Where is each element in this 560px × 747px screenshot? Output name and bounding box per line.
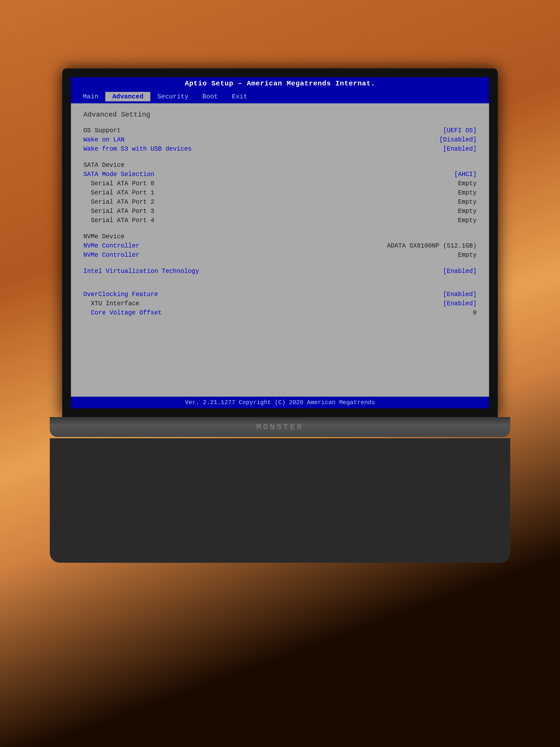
- os-support-label: OS Support: [83, 126, 347, 135]
- sata-port2-val: Empty: [458, 198, 477, 207]
- sata-port3-label: Serial ATA Port 3: [83, 207, 347, 216]
- oc-feature-val: [Enabled]: [443, 290, 477, 299]
- nvme-device-header: NVMe Device: [83, 232, 125, 241]
- nvme-ctrl2-label[interactable]: NVMe Controller: [83, 251, 347, 260]
- bios-title-bar: Aptio Setup – American Megatrends Intern…: [71, 77, 489, 90]
- brand-label: MONSTER: [256, 422, 304, 432]
- virt-labels: Intel Virtualization Technology: [83, 267, 347, 276]
- sep5: [83, 283, 477, 290]
- sata-port0-val: Empty: [458, 179, 477, 188]
- virt-values: [Enabled]: [347, 267, 477, 276]
- keyboard-area: [50, 438, 510, 563]
- virt-label[interactable]: Intel Virtualization Technology: [83, 267, 347, 276]
- sata-port3-val: Empty: [458, 207, 477, 216]
- laptop-base: MONSTER: [50, 417, 510, 437]
- menu-boot[interactable]: Boot: [195, 92, 225, 101]
- sata-port4-label: Serial ATA Port 4: [83, 216, 347, 225]
- bios-menu-bar: Main Advanced Security Boot Exit: [71, 90, 489, 103]
- sep4: [83, 276, 477, 283]
- bios-title: Aptio Setup – American Megatrends Intern…: [185, 80, 375, 87]
- sata-mode-label[interactable]: SATA Mode Selection: [83, 170, 347, 179]
- wake-s3-value: [Enabled]: [443, 145, 477, 154]
- sata-device-header: SATA Device: [83, 161, 125, 170]
- sata-port0-label: Serial ATA Port 0: [83, 179, 347, 188]
- sata-header-row: SATA Device: [83, 161, 477, 170]
- core-voltage-label[interactable]: Core Voltage Offset: [83, 308, 347, 317]
- oc-labels: OverClocking Feature XTU Interface Core …: [83, 290, 347, 317]
- sep3: [83, 260, 477, 267]
- bios-screen: Aptio Setup – American Megatrends Intern…: [71, 77, 489, 408]
- sata-port1-label: Serial ATA Port 1: [83, 188, 347, 198]
- section-title: Advanced Setting: [83, 111, 477, 119]
- sata-values: [AHCI] Empty Empty Empty Empty Empty: [347, 170, 477, 225]
- wake-lan-value: [Disabled]: [439, 135, 477, 145]
- virt-group: Intel Virtualization Technology [Enabled…: [83, 267, 477, 276]
- xtu-label: XTU Interface: [83, 299, 347, 308]
- wake-lan-label[interactable]: Wake on LAN: [83, 135, 347, 145]
- oc-settings-group: OverClocking Feature XTU Interface Core …: [83, 290, 477, 317]
- menu-security[interactable]: Security: [150, 92, 195, 101]
- oc-values: [Enabled] [Enabled] 0: [347, 290, 477, 317]
- power-settings-group: OS Support Wake on LAN Wake from S3 with…: [83, 126, 477, 154]
- nvme-settings-group: NVMe Controller NVMe Controller ADATA SX…: [83, 241, 477, 260]
- wake-s3-label[interactable]: Wake from S3 with USB devices: [83, 145, 347, 154]
- bios-status-bar: Ver. 2.21.1277 Copyright (C) 2020 Americ…: [71, 397, 489, 408]
- screen-bezel: Aptio Setup – American Megatrends Intern…: [62, 69, 498, 417]
- sep2: [83, 225, 477, 232]
- oc-feature-label[interactable]: OverClocking Feature: [83, 290, 347, 299]
- nvme-ctrl1-val: ADATA SX8100NP (512.1GB): [387, 241, 477, 251]
- laptop: Aptio Setup – American Megatrends Intern…: [44, 69, 516, 716]
- sata-settings-group: SATA Mode Selection Serial ATA Port 0 Se…: [83, 170, 477, 225]
- nvme-values: ADATA SX8100NP (512.1GB) Empty: [347, 241, 477, 260]
- menu-main[interactable]: Main: [76, 92, 105, 101]
- sata-port2-label: Serial ATA Port 2: [83, 198, 347, 207]
- nvme-ctrl2-val: Empty: [458, 251, 477, 260]
- power-labels: OS Support Wake on LAN Wake from S3 with…: [83, 126, 347, 154]
- os-support-value: [UEFI OS]: [443, 126, 477, 135]
- bios-version: Ver. 2.21.1277 Copyright (C) 2020 Americ…: [185, 399, 375, 406]
- sata-labels: SATA Mode Selection Serial ATA Port 0 Se…: [83, 170, 347, 225]
- xtu-val: [Enabled]: [443, 299, 477, 308]
- menu-exit[interactable]: Exit: [225, 92, 255, 101]
- nvme-header-row: NVMe Device: [83, 232, 477, 241]
- sata-port1-val: Empty: [458, 188, 477, 198]
- power-values: [UEFI OS] [Disabled] [Enabled]: [347, 126, 477, 154]
- bios-content: Advanced Setting OS Support Wake on LAN …: [71, 103, 489, 397]
- core-voltage-val: 0: [473, 308, 477, 317]
- virt-value: [Enabled]: [443, 267, 477, 276]
- sata-port4-val: Empty: [458, 216, 477, 225]
- nvme-ctrl1-label[interactable]: NVMe Controller: [83, 241, 347, 251]
- sata-mode-val: [AHCI]: [454, 170, 477, 179]
- nvme-labels: NVMe Controller NVMe Controller: [83, 241, 347, 260]
- sep1: [83, 154, 477, 161]
- menu-advanced[interactable]: Advanced: [105, 92, 150, 101]
